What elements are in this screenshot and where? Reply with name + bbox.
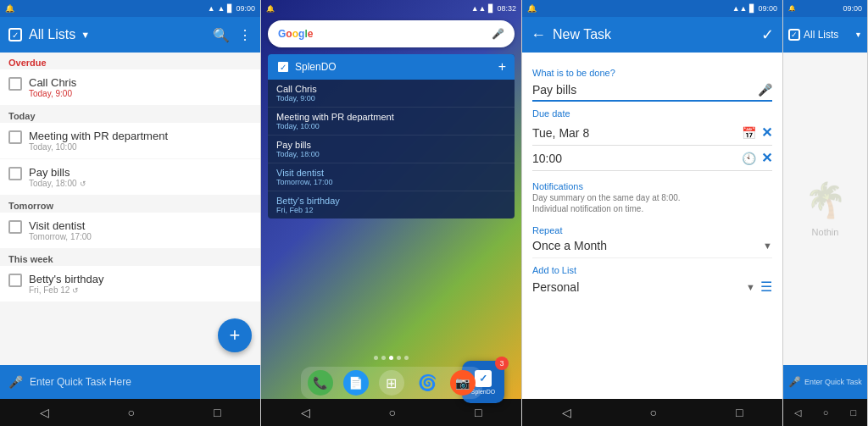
- status-signal-2: ▲▲: [471, 4, 487, 13]
- task-item-dentist[interactable]: Visit dentist Tomorrow, 17:00: [0, 213, 260, 248]
- task-checkbox-dentist[interactable]: [8, 220, 22, 234]
- task-checkbox-birthday[interactable]: [8, 274, 22, 287]
- status-bar-3: 🔔 ▲▲ ▊ 09:00: [522, 0, 782, 17]
- google-search-bar[interactable]: Google 🎤: [268, 20, 515, 47]
- dock-phone-icon[interactable]: 📞: [308, 370, 333, 396]
- menu-icon-1[interactable]: ⋮: [238, 27, 252, 43]
- task-item-birthday[interactable]: Betty's birthday Fri, Feb 12 ↺: [0, 266, 260, 302]
- dock-apps-icon[interactable]: ⊞: [379, 370, 404, 396]
- repeat-value-row[interactable]: Once a Month ▼: [532, 239, 772, 252]
- widget-task-0[interactable]: Call Chris Today, 9:00: [268, 80, 515, 108]
- section-today: Today: [0, 106, 260, 123]
- repeat-dropdown-icon[interactable]: ▼: [763, 241, 772, 251]
- status-time-3: 09:00: [758, 4, 777, 13]
- app-bar-3: ← New Task ✓: [522, 17, 782, 53]
- clock-icon[interactable]: 🕙: [742, 152, 756, 165]
- repeat-value: Once a Month: [532, 239, 607, 252]
- dock-photos-icon[interactable]: 🌀: [415, 370, 440, 396]
- task-item-call-chris[interactable]: Call Chris Today, 9:00: [0, 69, 260, 105]
- status-battery-2: ▊: [488, 4, 494, 13]
- back-icon-3[interactable]: ←: [531, 26, 546, 44]
- task-text-meeting: Meeting with PR department Today, 10:00: [29, 130, 252, 152]
- home-screen-space: [261, 268, 521, 356]
- mic-icon-3[interactable]: 🎤: [758, 83, 772, 97]
- task-name-input[interactable]: Pay bills 🎤: [532, 80, 772, 102]
- mic-icon-1[interactable]: 🎤: [8, 375, 23, 389]
- task-title-dentist: Visit dentist: [29, 219, 252, 232]
- back-button-3[interactable]: ◁: [562, 406, 571, 419]
- add-to-list-value: Personal: [532, 280, 579, 294]
- status-alarm-4: 🔔: [788, 5, 796, 12]
- date-clear-icon[interactable]: ✕: [761, 124, 772, 141]
- task-checkbox-pay-bills[interactable]: [8, 167, 22, 180]
- screen-new-task: 🔔 ▲▲ ▊ 09:00 ← New Task ✓ What is to be …: [522, 0, 783, 426]
- dock-area: 📞 📄 ⊞ 🌀 📷: [261, 356, 521, 399]
- calendar-icon[interactable]: 📅: [742, 126, 756, 140]
- time-row[interactable]: 10:00 🕙 ✕: [532, 146, 772, 171]
- dropdown-arrow-1[interactable]: ▼: [81, 30, 90, 40]
- task-list: Overdue Call Chris Today, 9:00 Today Mee…: [0, 53, 260, 365]
- list-icon[interactable]: ☰: [760, 279, 772, 295]
- time-clear-icon[interactable]: ✕: [761, 150, 772, 166]
- list-dropdown-icon[interactable]: ▼: [746, 282, 755, 292]
- google-logo: Google: [278, 28, 313, 40]
- home-button-1[interactable]: ○: [128, 406, 135, 419]
- task-checkbox-meeting[interactable]: [8, 130, 22, 144]
- check-icon-3[interactable]: ✓: [761, 25, 774, 44]
- app-title-1: All Lists ▼: [29, 27, 206, 42]
- notif-line1: Day summary on the same day at 8:00.: [532, 193, 772, 202]
- nothing-text: Nothin: [812, 227, 839, 237]
- back-button-2[interactable]: ◁: [301, 406, 310, 419]
- status-battery-3: ▊: [749, 4, 755, 13]
- section-tomorrow: Tomorrow: [0, 196, 260, 213]
- recent-button-4[interactable]: □: [850, 407, 856, 418]
- search-icon-1[interactable]: 🔍: [213, 27, 230, 43]
- task-item-meeting[interactable]: Meeting with PR department Today, 10:00: [0, 123, 260, 158]
- add-to-list-value-row[interactable]: Personal ▼ ☰: [532, 279, 772, 295]
- mic-icon-4[interactable]: 🎤: [788, 376, 801, 388]
- dock-icons: 📞 📄 ⊞ 🌀 📷: [301, 367, 482, 399]
- home-button-3[interactable]: ○: [650, 406, 657, 419]
- dropdown-arrow-4[interactable]: ▼: [854, 30, 862, 39]
- widget-task-3[interactable]: Visit dentist Tomorrow, 17:00: [268, 163, 515, 191]
- home-button-4[interactable]: ○: [823, 407, 829, 418]
- time-value: 10:00: [532, 152, 737, 165]
- notifications-label[interactable]: Notifications: [532, 181, 772, 191]
- recent-button-1[interactable]: □: [214, 406, 220, 419]
- splendo-check-icon: ✓: [8, 28, 22, 41]
- home-button-2[interactable]: ○: [389, 406, 396, 419]
- task-checkbox-call-chris[interactable]: [8, 77, 22, 91]
- widget-add-icon[interactable]: +: [498, 59, 506, 75]
- task-text-dentist: Visit dentist Tomorrow, 17:00: [29, 219, 252, 241]
- widget-task-2[interactable]: Pay bills Today, 18:00: [268, 136, 515, 163]
- dock-camera-icon[interactable]: 📷: [450, 370, 476, 396]
- status-time-2: 08:32: [497, 4, 516, 13]
- add-to-list-row: Add to List Personal ▼ ☰: [532, 265, 772, 295]
- task-title-call-chris: Call Chris: [29, 76, 252, 89]
- new-task-form: What is to be done? Pay bills 🎤 Due date…: [522, 53, 782, 399]
- back-button-4[interactable]: ◁: [794, 407, 801, 418]
- mic-icon-2[interactable]: 🎤: [492, 28, 504, 40]
- quick-task-bar-4[interactable]: 🎤 Enter Quick Task: [783, 365, 867, 399]
- new-task-title: New Task: [553, 27, 754, 42]
- task-title-birthday: Betty's birthday: [29, 273, 252, 285]
- date-value: Tue, Mar 8: [532, 126, 737, 140]
- dock-docs-icon[interactable]: 📄: [343, 370, 369, 396]
- page-dots: [374, 356, 409, 360]
- recent-button-3[interactable]: □: [736, 406, 743, 419]
- task-item-pay-bills[interactable]: Pay bills Today, 18:00 ↺: [0, 159, 260, 195]
- recur-icon-birthday: ↺: [72, 286, 79, 295]
- date-row[interactable]: Tue, Mar 8 📅 ✕: [532, 120, 772, 146]
- recent-button-2[interactable]: □: [475, 406, 481, 419]
- repeat-label: Repeat: [532, 225, 772, 235]
- quick-task-bar-1[interactable]: 🎤 Enter Quick Task Here: [0, 365, 260, 399]
- app-title-4: All Lists: [804, 29, 851, 41]
- dot-3: [389, 356, 393, 360]
- widget-task-4[interactable]: Betty's birthday Fri, Feb 12: [268, 191, 515, 219]
- widget-task-1[interactable]: Meeting with PR department Today, 10:00: [268, 108, 515, 136]
- nav-bar-1: ◁ ○ □: [0, 399, 260, 426]
- status-alarm-2: 🔔: [266, 5, 275, 13]
- back-button-1[interactable]: ◁: [40, 406, 49, 419]
- fab-button-1[interactable]: +: [218, 318, 252, 352]
- status-bar-4: 🔔 09:00: [783, 0, 867, 17]
